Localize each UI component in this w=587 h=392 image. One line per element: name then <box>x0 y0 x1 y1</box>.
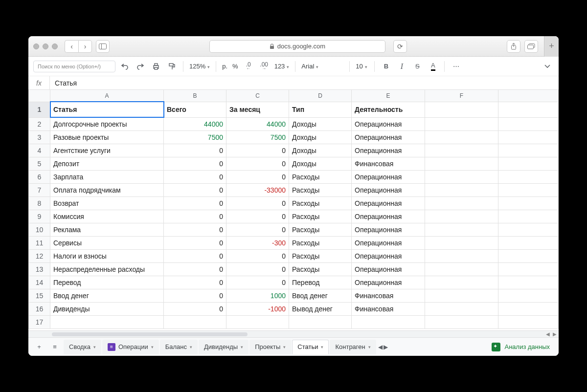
cell[interactable]: Зарплата <box>50 170 164 183</box>
cell[interactable]: 0 <box>164 236 226 249</box>
cell[interactable]: Операционная <box>352 276 425 289</box>
scroll-right-icon[interactable]: ▶ <box>553 331 557 337</box>
cell[interactable]: 0 <box>226 210 289 223</box>
sheet-tab[interactable]: ≡Операции▾ <box>102 340 159 354</box>
col-header-blank[interactable] <box>498 90 559 102</box>
increase-decimal[interactable]: .00→ <box>258 60 271 73</box>
paint-format-button[interactable] <box>165 60 178 73</box>
row-header[interactable]: 4 <box>29 144 50 157</box>
cell[interactable] <box>425 223 498 236</box>
col-header-F[interactable]: F <box>425 90 498 102</box>
cell[interactable]: Реклама <box>50 223 164 236</box>
italic-button[interactable]: I <box>395 60 408 73</box>
cell[interactable]: 0 <box>226 276 289 289</box>
collapse-toolbar-button[interactable] <box>541 60 554 73</box>
new-tab-button[interactable]: + <box>544 36 559 57</box>
cell[interactable]: 0 <box>164 183 226 196</box>
toolbar-more-button[interactable]: ⋯ <box>450 60 462 73</box>
cell[interactable]: Расходы <box>289 170 352 183</box>
cell[interactable]: -1000 <box>226 302 289 315</box>
tab-scroll-right[interactable]: ▶ <box>384 344 388 350</box>
cell[interactable] <box>498 131 559 144</box>
formula-input[interactable]: Статья <box>50 79 82 87</box>
cell[interactable] <box>498 289 559 302</box>
address-bar[interactable]: docs.google.com <box>209 40 385 53</box>
row-header[interactable]: 8 <box>29 196 50 210</box>
cell[interactable]: Оплата подрядчикам <box>50 183 164 196</box>
row-header[interactable]: 6 <box>29 170 50 183</box>
cell[interactable]: Расходы <box>289 196 352 210</box>
back-button[interactable]: ‹ <box>65 40 78 53</box>
cell[interactable] <box>425 196 498 210</box>
cell[interactable]: Доходы <box>289 117 352 131</box>
cell[interactable] <box>425 236 498 249</box>
cell[interactable] <box>498 170 559 183</box>
cell[interactable] <box>498 315 559 328</box>
cell[interactable]: Операционная <box>352 210 425 223</box>
cell[interactable]: Расходы <box>289 223 352 236</box>
cell[interactable]: Долгосрочные проекты <box>50 117 164 131</box>
cell[interactable]: Финансовая <box>352 302 425 315</box>
col-header-D[interactable]: D <box>289 90 352 102</box>
cell[interactable]: Возврат <box>50 196 164 210</box>
cell[interactable]: 7500 <box>226 131 289 144</box>
col-header-A[interactable]: A <box>50 90 164 102</box>
cell[interactable] <box>498 117 559 131</box>
cell[interactable]: Расходы <box>289 236 352 249</box>
cell[interactable] <box>498 302 559 315</box>
cell[interactable]: Операционная <box>352 170 425 183</box>
row-header[interactable]: 14 <box>29 276 50 289</box>
redo-button[interactable] <box>134 60 147 73</box>
horizontal-scrollbar[interactable]: ◀▶ <box>28 330 559 337</box>
format-more[interactable]: 123 <box>273 63 291 70</box>
cell[interactable] <box>498 249 559 262</box>
cell[interactable] <box>498 262 559 276</box>
cell[interactable]: Финансовая <box>352 157 425 170</box>
cell[interactable]: Доходы <box>289 131 352 144</box>
sheet-tab[interactable]: Проекты▾ <box>249 340 291 354</box>
cell[interactable]: 7500 <box>164 131 226 144</box>
select-all-corner[interactable] <box>29 90 50 102</box>
format-currency[interactable]: р. <box>221 63 228 70</box>
bold-button[interactable]: B <box>380 60 392 73</box>
tabs-button[interactable] <box>524 40 538 53</box>
zoom-select[interactable]: 125% <box>188 63 211 70</box>
sheet-tab[interactable]: Статьи▾ <box>292 340 329 354</box>
cell[interactable]: Дивиденды <box>50 302 164 315</box>
cell[interactable]: Доходы <box>289 157 352 170</box>
minimize-icon[interactable] <box>43 44 48 49</box>
cell[interactable]: Расходы <box>289 262 352 276</box>
cell[interactable]: -33000 <box>226 183 289 196</box>
cell[interactable]: Операционная <box>352 131 425 144</box>
zoom-icon[interactable] <box>52 44 58 49</box>
cell[interactable]: -300 <box>226 236 289 249</box>
cell[interactable]: Операционная <box>352 223 425 236</box>
row-header[interactable]: 10 <box>29 223 50 236</box>
spreadsheet-grid[interactable]: A B C D E F 1 Статья Всего За месяц Тип … <box>28 90 559 337</box>
sheet-tab[interactable]: Контраген▾ <box>330 340 376 354</box>
cell[interactable] <box>498 144 559 157</box>
row-header[interactable]: 2 <box>29 117 50 131</box>
col-header-E[interactable]: E <box>352 90 425 102</box>
cell[interactable]: 0 <box>164 210 226 223</box>
row-header[interactable]: 17 <box>29 315 50 328</box>
cell[interactable] <box>498 196 559 210</box>
cell[interactable]: 0 <box>226 196 289 210</box>
font-size-select[interactable]: 10 <box>355 63 369 70</box>
cell[interactable]: Расходы <box>289 210 352 223</box>
cell[interactable]: Нераспределенные расходы <box>50 262 164 276</box>
reload-button[interactable]: ⟳ <box>393 40 407 53</box>
text-color-button[interactable]: A <box>427 60 439 73</box>
cell[interactable]: Операционная <box>352 144 425 157</box>
row-header[interactable]: 11 <box>29 236 50 249</box>
cell[interactable] <box>498 236 559 249</box>
row-header[interactable]: 5 <box>29 157 50 170</box>
format-percent[interactable]: % <box>231 63 239 70</box>
cell[interactable]: Разовые проекты <box>50 131 164 144</box>
tab-scroll-left[interactable]: ◀ <box>378 344 383 350</box>
undo-button[interactable] <box>118 60 131 73</box>
cell[interactable] <box>352 315 425 328</box>
cell-D1[interactable]: Тип <box>289 102 352 117</box>
cell[interactable]: Налоги и взносы <box>50 249 164 262</box>
row-header[interactable]: 16 <box>29 302 50 315</box>
